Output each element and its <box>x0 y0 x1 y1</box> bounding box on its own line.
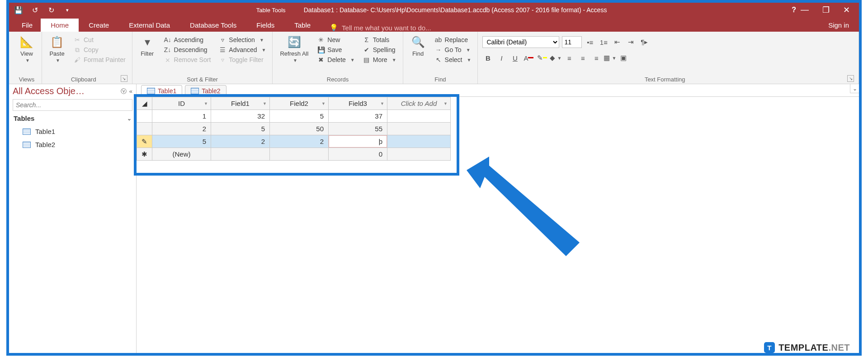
spelling-button[interactable]: ✔Spelling <box>361 45 398 54</box>
delete-record-button[interactable]: ✖Delete▼ <box>316 55 356 64</box>
document-tab-table2[interactable]: Table2 <box>185 85 226 96</box>
goto-button[interactable]: →Go To▼ <box>433 45 473 54</box>
collapse-ribbon-button[interactable]: ⌄ <box>850 84 859 93</box>
redo-icon[interactable]: ↻ <box>47 6 55 14</box>
remove-sort-button[interactable]: ⨯Remove Sort <box>162 55 213 64</box>
row-selector[interactable] <box>137 110 152 123</box>
cell-field3[interactable]: 37 <box>329 110 387 123</box>
tab-database-tools[interactable]: Database Tools <box>180 19 246 32</box>
cell-field1[interactable]: 2 <box>211 135 270 148</box>
nav-group-tables[interactable]: Tables ⌄ <box>9 112 136 125</box>
close-button[interactable]: ✕ <box>843 5 850 15</box>
paste-button[interactable]: 📋 Paste ▼ <box>47 33 67 64</box>
select-button[interactable]: ↖Select▼ <box>433 55 473 64</box>
cell-field3[interactable]: 55 <box>329 123 387 135</box>
increase-indent-button[interactable]: ⇥ <box>625 37 636 48</box>
more-records-button[interactable]: ▤More▼ <box>361 55 398 64</box>
cell-id[interactable]: 2 <box>152 123 211 135</box>
document-tab-table1[interactable]: Table1 <box>141 85 182 96</box>
replace-button[interactable]: abReplace <box>433 35 473 44</box>
minimize-button[interactable]: — <box>801 5 809 15</box>
cell-id[interactable]: 5 <box>152 135 211 148</box>
cell-add[interactable] <box>387 123 451 135</box>
restore-button[interactable]: ❐ <box>822 5 830 15</box>
nav-search-input[interactable] <box>13 99 132 111</box>
cell-field2[interactable] <box>270 148 329 161</box>
row-selector-new[interactable]: ✱ <box>137 148 152 161</box>
cell-field3-editing[interactable]: þ <box>329 135 387 148</box>
bullets-button[interactable]: •≡ <box>585 37 595 48</box>
cell-field1[interactable]: 5 <box>211 123 270 135</box>
table-row[interactable]: 1 32 5 37 <box>137 110 451 123</box>
tab-table[interactable]: Table <box>284 19 321 32</box>
sign-in-link[interactable]: Sign in <box>818 19 859 32</box>
nav-item-table1[interactable]: Table1 <box>9 125 136 138</box>
view-button[interactable]: 📐 View ▼ <box>16 33 37 64</box>
cell-field2[interactable]: 2 <box>270 135 329 148</box>
tab-external-data[interactable]: External Data <box>119 19 180 32</box>
totals-button[interactable]: ΣTotals <box>361 35 398 44</box>
align-left-button[interactable]: ≡ <box>564 52 575 63</box>
align-right-button[interactable]: ≡ <box>591 52 602 63</box>
cell-id[interactable]: 1 <box>152 110 211 123</box>
gridlines-button[interactable]: ▦▼ <box>604 52 615 63</box>
highlight-button[interactable]: ✎ <box>537 52 547 63</box>
selection-button[interactable]: ▿Selection▼ <box>217 35 268 44</box>
cell-field3[interactable]: 0 <box>329 148 387 161</box>
cell-id-new[interactable]: (New) <box>152 148 211 161</box>
row-selector[interactable] <box>137 123 152 135</box>
text-direction-button[interactable]: ¶▸ <box>639 37 650 48</box>
numbering-button[interactable]: 1≡ <box>598 37 609 48</box>
table-row-editing[interactable]: ✎ 5 2 2 þ <box>137 135 451 148</box>
toggle-filter-button[interactable]: ▿Toggle Filter <box>217 55 268 64</box>
fill-color-button[interactable]: ◆▼ <box>550 52 561 63</box>
cell-add[interactable] <box>387 135 451 148</box>
column-header-add[interactable]: Click to Add <box>387 97 451 110</box>
advanced-filter-button[interactable]: ☰Advanced▼ <box>217 45 268 54</box>
font-family-select[interactable]: Calibri (Detail) <box>482 36 559 48</box>
datasheet-grid[interactable]: ◢ ID Field1 Field2 Field3 Click to Add 1… <box>137 97 451 161</box>
table-row-new[interactable]: ✱ (New) 0 <box>137 148 451 161</box>
qat-customize-icon[interactable]: ▾ <box>63 6 71 14</box>
align-center-button[interactable]: ≡ <box>577 52 588 63</box>
cell-field2[interactable]: 50 <box>270 123 329 135</box>
find-button[interactable]: 🔍 Find <box>408 33 429 58</box>
cell-field1[interactable] <box>211 148 270 161</box>
cell-field1[interactable]: 32 <box>211 110 270 123</box>
tab-fields[interactable]: Fields <box>246 19 284 32</box>
underline-button[interactable]: U <box>509 52 520 63</box>
clipboard-launcher[interactable]: ↘ <box>121 75 127 82</box>
column-header-field3[interactable]: Field3 <box>329 97 387 110</box>
cell-add[interactable] <box>387 148 451 161</box>
alternate-row-color-button[interactable]: ▣ <box>618 52 629 63</box>
column-header-id[interactable]: ID <box>152 97 211 110</box>
copy-button[interactable]: ⧉Copy <box>72 45 127 54</box>
column-header-field1[interactable]: Field1 <box>211 97 270 110</box>
bold-button[interactable]: B <box>482 52 493 63</box>
text-formatting-launcher[interactable]: ↘ <box>847 75 854 82</box>
sort-ascending-button[interactable]: A↓Ascending <box>162 35 213 44</box>
format-painter-button[interactable]: 🖌Format Painter <box>72 55 127 64</box>
font-color-button[interactable]: A <box>523 52 534 63</box>
select-all-cell[interactable]: ◢ <box>137 97 152 110</box>
decrease-indent-button[interactable]: ⇤ <box>612 37 623 48</box>
table-row[interactable]: 2 5 50 55 <box>137 123 451 135</box>
filter-button[interactable]: ▾ Filter <box>137 33 158 58</box>
save-record-button[interactable]: 💾Save <box>316 45 356 54</box>
row-selector-editing[interactable]: ✎ <box>137 135 152 148</box>
tab-home[interactable]: Home <box>41 19 79 32</box>
nav-dropdown-icon[interactable]: ⓥ <box>121 87 127 95</box>
save-icon[interactable]: 💾 <box>14 6 23 14</box>
column-header-field2[interactable]: Field2 <box>270 97 329 110</box>
tab-file[interactable]: File <box>14 19 41 32</box>
italic-button[interactable]: I <box>496 52 507 63</box>
tell-me-search[interactable]: 💡 Tell me what you want to do... <box>321 24 818 32</box>
cut-button[interactable]: ✂Cut <box>72 35 127 44</box>
nav-item-table2[interactable]: Table2 <box>9 138 136 151</box>
font-size-input[interactable] <box>562 36 582 48</box>
cell-field2[interactable]: 5 <box>270 110 329 123</box>
new-record-button[interactable]: ✳New <box>316 35 356 44</box>
nav-collapse-icon[interactable]: « <box>129 88 132 95</box>
help-icon[interactable]: ? <box>792 6 796 14</box>
tab-create[interactable]: Create <box>79 19 119 32</box>
